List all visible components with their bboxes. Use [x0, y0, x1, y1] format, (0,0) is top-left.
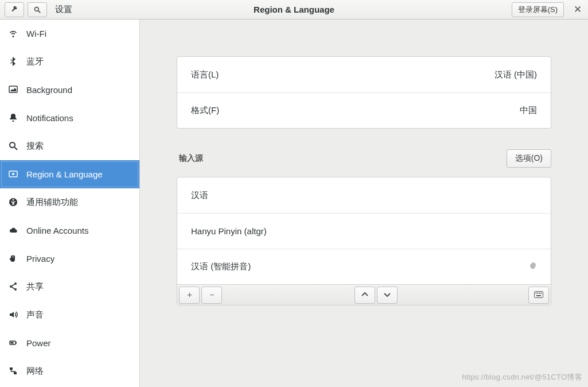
sidebar-item-network[interactable]: 网络	[0, 357, 139, 385]
locale-card: 语言(L) 汉语 (中国) 格式(F) 中国	[177, 56, 551, 129]
window-header: 设置 Region & Language 登录屏幕(S) ✕	[0, 0, 588, 20]
tools-button[interactable]	[5, 2, 24, 17]
language-label: 语言(L)	[191, 69, 219, 80]
close-button[interactable]: ✕	[567, 3, 588, 16]
svg-rect-15	[10, 367, 13, 370]
sidebar-item-label: Online Accounts	[26, 226, 88, 235]
share-icon	[8, 281, 18, 292]
region-icon	[8, 169, 18, 179]
close-icon: ✕	[574, 4, 582, 15]
svg-rect-17	[535, 292, 543, 298]
sidebar-item-label: 网络	[26, 366, 44, 377]
main-content: 语言(L) 汉语 (中国) 格式(F) 中国 输入源 选项(O) 汉语 Hany…	[140, 20, 588, 387]
sidebar-item-label: Background	[26, 85, 72, 95]
sidebar-item-label: 声音	[26, 309, 44, 320]
background-icon	[8, 84, 18, 95]
wifi-icon	[8, 28, 18, 38]
sidebar-item-label: 通用辅助功能	[26, 197, 78, 208]
gear-icon[interactable]	[529, 262, 537, 272]
svg-rect-13	[11, 342, 14, 344]
sidebar-item-label: Region & Language	[26, 169, 103, 179]
search-icon	[8, 141, 18, 151]
input-source-item[interactable]: 汉语 (智能拼音)	[177, 249, 551, 284]
sidebar-item-bluetooth[interactable]: 蓝牙	[0, 48, 139, 76]
sidebar-item-label: 共享	[26, 281, 44, 292]
watermark: https://blog.csdn.net/@51CTO博客	[462, 372, 582, 382]
sidebar-item-region-language[interactable]: Region & Language	[0, 160, 139, 188]
input-source-label: 汉语 (智能拼音)	[191, 261, 251, 272]
minus-icon: －	[208, 289, 216, 300]
sidebar-item-power[interactable]: Power	[0, 329, 139, 357]
svg-rect-19	[538, 293, 539, 294]
input-sources-list: 汉语 Hanyu Pinyin (altgr) 汉语 (智能拼音) ＋ －	[177, 177, 551, 305]
language-value: 汉语 (中国)	[494, 69, 537, 80]
sidebar-item-label: Power	[26, 338, 51, 348]
svg-point-0	[35, 7, 39, 11]
sidebar-item-online-accounts[interactable]: Online Accounts	[0, 216, 139, 245]
svg-rect-14	[16, 342, 17, 344]
sidebar-item-label: Privacy	[26, 254, 54, 264]
login-screen-button[interactable]: 登录屏幕(S)	[512, 2, 564, 17]
sidebar-item-notifications[interactable]: Notifications	[0, 104, 139, 132]
hand-icon	[8, 253, 18, 264]
network-icon	[8, 366, 18, 376]
formats-row[interactable]: 格式(F) 中国	[177, 92, 551, 128]
input-sources-label: 输入源	[177, 153, 203, 164]
svg-rect-22	[536, 295, 541, 296]
bell-icon	[8, 113, 18, 123]
sidebar-item-privacy[interactable]: Privacy	[0, 245, 139, 273]
sidebar-item-label: 蓝牙	[26, 56, 44, 67]
page-title: Region & Language	[254, 5, 334, 14]
svg-rect-2	[9, 86, 17, 92]
keyboard-icon	[534, 290, 543, 300]
svg-rect-21	[541, 293, 542, 294]
sidebar: Wi-Fi 蓝牙 Background Notifications 搜索 Reg…	[0, 20, 140, 387]
sidebar-item-label: 搜索	[26, 141, 44, 152]
sidebar-item-background[interactable]: Background	[0, 76, 139, 104]
input-source-item[interactable]: Hanyu Pinyin (altgr)	[177, 213, 551, 249]
input-source-item[interactable]: 汉语	[177, 177, 551, 213]
app-title: 设置	[55, 4, 72, 15]
svg-line-1	[38, 10, 40, 12]
wrench-icon	[11, 6, 18, 13]
power-icon	[8, 338, 18, 348]
plus-icon: ＋	[185, 289, 194, 300]
svg-point-3	[10, 142, 15, 148]
add-input-button[interactable]: ＋	[179, 287, 200, 304]
move-down-button[interactable]	[377, 287, 398, 304]
search-button[interactable]	[28, 2, 47, 17]
remove-input-button[interactable]: －	[201, 287, 222, 304]
chevron-down-icon	[384, 290, 391, 300]
svg-rect-16	[14, 372, 17, 374]
input-sources-toolbar: ＋ －	[177, 284, 551, 305]
svg-point-8	[13, 199, 14, 201]
bluetooth-icon	[8, 56, 18, 67]
svg-rect-20	[539, 293, 540, 294]
svg-point-6	[12, 173, 14, 175]
show-layout-button[interactable]	[528, 287, 549, 304]
svg-line-4	[15, 148, 18, 150]
svg-rect-18	[536, 293, 537, 294]
search-icon	[34, 6, 41, 13]
cloud-icon	[8, 225, 18, 235]
input-sources-header: 输入源 选项(O)	[177, 149, 551, 168]
language-row[interactable]: 语言(L) 汉语 (中国)	[177, 57, 551, 92]
a11y-icon	[8, 197, 18, 207]
sidebar-item-wifi[interactable]: Wi-Fi	[0, 20, 139, 48]
move-up-button[interactable]	[355, 287, 375, 304]
input-source-label: 汉语	[191, 190, 208, 201]
sidebar-item-accessibility[interactable]: 通用辅助功能	[0, 188, 139, 216]
sidebar-item-label: Wi-Fi	[26, 29, 46, 38]
input-options-button[interactable]: 选项(O)	[507, 149, 551, 168]
formats-label: 格式(F)	[191, 105, 219, 116]
input-source-label: Hanyu Pinyin (altgr)	[191, 226, 267, 236]
formats-value: 中国	[520, 105, 537, 116]
sidebar-item-label: Notifications	[26, 113, 73, 123]
volume-icon	[8, 309, 18, 320]
sidebar-item-sharing[interactable]: 共享	[0, 273, 139, 301]
sidebar-item-search[interactable]: 搜索	[0, 132, 139, 160]
sidebar-item-sound[interactable]: 声音	[0, 301, 139, 329]
chevron-up-icon	[361, 290, 368, 300]
